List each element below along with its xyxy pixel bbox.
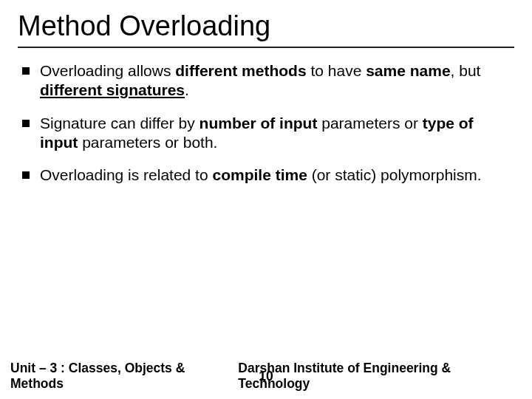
text-run: to have xyxy=(307,62,366,79)
bullet-text: Overloading allows different methods to … xyxy=(40,61,514,100)
text-run: Overloading allows xyxy=(40,62,175,79)
text-bold: same name xyxy=(366,62,450,79)
text-run: . xyxy=(185,81,189,98)
text-bold: compile time xyxy=(212,166,307,183)
square-bullet-icon xyxy=(22,67,30,75)
square-bullet-icon xyxy=(22,171,30,179)
square-bullet-icon xyxy=(22,120,30,127)
footer-unit: Unit – 3 : Classes, Objects & Methods xyxy=(10,361,238,392)
text-bold: number of input xyxy=(200,115,318,132)
text-bold: different methods xyxy=(175,62,306,79)
bullet-list: Overloading allows different methods to … xyxy=(18,61,514,185)
text-run: (or static) polymorphism. xyxy=(307,166,482,183)
footer-page-number: 10 xyxy=(259,369,273,384)
text-run: , but xyxy=(451,62,481,79)
text-run: Signature can differ by xyxy=(40,115,200,132)
list-item: Signature can differ by number of input … xyxy=(22,114,514,153)
title-underline xyxy=(18,47,514,48)
list-item: Overloading allows different methods to … xyxy=(22,61,514,100)
list-item: Overloading is related to compile time (… xyxy=(22,166,514,185)
bullet-text: Signature can differ by number of input … xyxy=(40,114,514,153)
text-bold-underline: different signatures xyxy=(40,81,185,98)
text-run: parameters or xyxy=(317,115,422,132)
footer-institute: Darshan Institute of Engineering & Techn… xyxy=(238,361,522,392)
bullet-text: Overloading is related to compile time (… xyxy=(40,166,514,185)
text-run: parameters or both. xyxy=(78,134,217,151)
slide: Method Overloading Overloading allows di… xyxy=(0,0,532,399)
slide-footer: Unit – 3 : Classes, Objects & Methods 10… xyxy=(0,361,532,392)
text-run: Overloading is related to xyxy=(40,166,212,183)
slide-title: Method Overloading xyxy=(18,10,514,42)
